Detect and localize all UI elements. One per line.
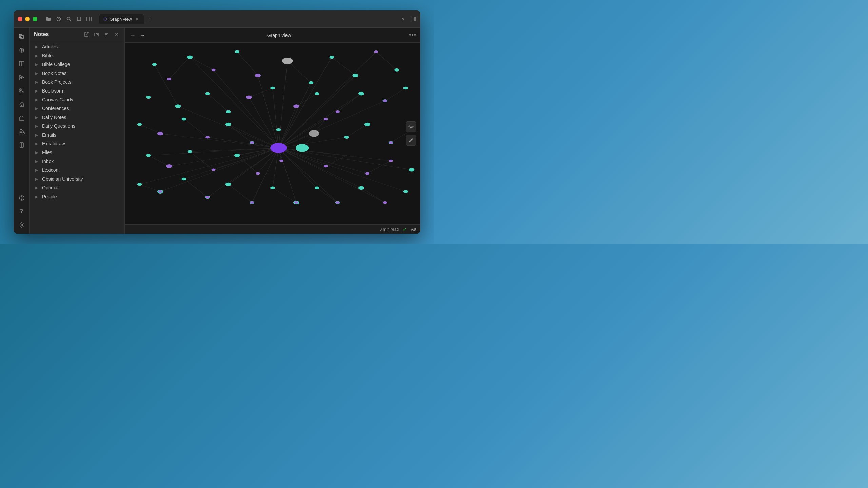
svg-line-55 xyxy=(190,148,279,152)
tree-item-canvas-candy[interactable]: ▶Canvas Candy xyxy=(30,95,124,104)
file-tree-title: Notes xyxy=(34,31,49,37)
graph-tab-label: Graph view xyxy=(110,17,132,22)
sidebar-files-icon[interactable] xyxy=(16,30,28,43)
tree-item-excalidraw[interactable]: ▶Excalidraw xyxy=(30,139,124,148)
svg-point-108 xyxy=(187,56,193,59)
sidebar-home-icon[interactable] xyxy=(16,98,28,110)
history-icon[interactable] xyxy=(56,16,62,22)
tree-item-bible[interactable]: ▶Bible xyxy=(30,51,124,60)
svg-line-37 xyxy=(190,57,279,148)
svg-point-158 xyxy=(205,136,210,139)
new-note-button[interactable] xyxy=(82,30,90,38)
svg-marker-18 xyxy=(20,75,24,79)
sidebar-book-icon[interactable] xyxy=(16,139,28,151)
titlebar: ⬡ Graph view ✕ + ∨ xyxy=(14,10,420,28)
graph-visualization xyxy=(125,43,420,224)
chevron-icon: ▶ xyxy=(35,159,39,164)
svg-line-78 xyxy=(169,57,190,79)
sidebar-graph-icon[interactable] xyxy=(16,44,28,56)
svg-point-168 xyxy=(389,160,393,162)
minimize-button[interactable] xyxy=(25,17,30,21)
svg-line-54 xyxy=(169,148,279,166)
chevron-icon: ▶ xyxy=(35,45,39,49)
tree-item-optimal[interactable]: ▶Optimal xyxy=(30,183,124,192)
tree-item-lexicon[interactable]: ▶Lexicon xyxy=(30,166,124,175)
svg-point-1 xyxy=(67,17,70,20)
svg-point-175 xyxy=(282,58,293,64)
graph-header: ← → Graph view ••• xyxy=(125,28,420,43)
tab-close-button[interactable]: ✕ xyxy=(135,16,140,22)
svg-point-116 xyxy=(175,104,181,108)
svg-point-123 xyxy=(137,123,142,126)
tree-item-book-projects[interactable]: ▶Book Projects xyxy=(30,78,124,86)
sidebar-table-icon[interactable] xyxy=(16,58,28,70)
svg-point-126 xyxy=(276,128,281,131)
folder-icon[interactable] xyxy=(45,16,52,22)
chevron-down-icon[interactable]: ∨ xyxy=(400,16,406,22)
sidebar-wordpress-icon[interactable]: Ⓦ xyxy=(16,85,28,97)
new-folder-button[interactable] xyxy=(93,30,100,38)
tree-item-bookworm[interactable]: ▶Bookworm xyxy=(30,86,124,95)
tree-item-conferences[interactable]: ▶Conferences xyxy=(30,104,124,113)
svg-line-96 xyxy=(149,155,169,166)
tree-item-inbox[interactable]: ▶Inbox xyxy=(30,157,124,166)
svg-point-112 xyxy=(329,56,334,59)
chevron-icon: ▶ xyxy=(35,98,39,102)
sidebar-briefcase-icon[interactable] xyxy=(16,112,28,124)
sort-button[interactable] xyxy=(103,30,110,38)
tree-item-bible-college[interactable]: ▶Bible College xyxy=(30,60,124,69)
maximize-button[interactable] xyxy=(33,17,37,21)
svg-point-156 xyxy=(383,100,387,102)
graph-more-button[interactable]: ••• xyxy=(409,32,416,39)
tree-item-label: Lexicon xyxy=(42,167,58,173)
sidebar-settings-icon[interactable] xyxy=(16,219,28,231)
tree-item-daily-questions[interactable]: ▶Daily Questions xyxy=(30,122,124,130)
svg-point-127 xyxy=(344,136,349,139)
add-tab-button[interactable]: + xyxy=(146,15,154,23)
sidebar-globe-icon[interactable] xyxy=(16,192,28,204)
tree-item-articles[interactable]: ▶Articles xyxy=(30,42,124,51)
svg-point-163 xyxy=(211,168,215,171)
svg-line-87 xyxy=(296,94,317,106)
svg-point-149 xyxy=(167,78,171,80)
tree-item-label: Conferences xyxy=(42,106,69,111)
close-button[interactable] xyxy=(18,17,22,21)
tree-item-daily-notes[interactable]: ▶Daily Notes xyxy=(30,113,124,122)
sidebar-send-icon[interactable] xyxy=(16,71,28,83)
graph-view-tab[interactable]: ⬡ Graph view ✕ xyxy=(99,14,144,24)
svg-point-164 xyxy=(256,172,260,175)
svg-point-134 xyxy=(181,178,186,181)
graph-settings-button[interactable] xyxy=(406,121,416,132)
chevron-icon: ▶ xyxy=(35,177,39,181)
sidebar-help-icon[interactable]: ? xyxy=(16,205,28,218)
file-tree-list: ▶Articles ▶Bible ▶Bible College ▶Book No… xyxy=(30,41,124,234)
tree-item-people[interactable]: ▶People xyxy=(30,192,124,201)
nav-back-button[interactable]: ← xyxy=(129,31,137,40)
traffic-lights xyxy=(18,17,37,21)
svg-point-129 xyxy=(146,154,151,157)
nav-forward-button[interactable]: → xyxy=(138,31,146,40)
svg-point-166 xyxy=(324,165,328,168)
search-icon[interactable] xyxy=(66,16,72,22)
tree-item-emails[interactable]: ▶Emails xyxy=(30,130,124,139)
tree-item-files[interactable]: ▶Files xyxy=(30,148,124,157)
svg-point-125 xyxy=(225,123,231,126)
svg-line-67 xyxy=(184,148,278,179)
bookmark-icon[interactable] xyxy=(76,16,82,22)
svg-line-91 xyxy=(184,119,208,137)
close-tree-button[interactable]: ✕ xyxy=(113,30,120,38)
tree-item-obsidian-university[interactable]: ▶Obsidian University xyxy=(30,175,124,183)
graph-draw-button[interactable] xyxy=(406,135,416,146)
layout-icon[interactable] xyxy=(86,16,92,22)
sidebar-right-icon[interactable] xyxy=(410,16,416,22)
graph-canvas[interactable] xyxy=(125,43,420,224)
tree-item-label: Bookworm xyxy=(42,88,64,94)
svg-point-161 xyxy=(389,141,393,144)
svg-line-94 xyxy=(347,124,367,137)
sidebar-people-icon[interactable] xyxy=(16,125,28,138)
tree-item-book-notes[interactable]: ▶Book Notes xyxy=(30,69,124,78)
file-tree-header: Notes ✕ xyxy=(30,28,124,41)
svg-line-68 xyxy=(208,148,278,197)
svg-line-49 xyxy=(208,137,278,148)
svg-point-174 xyxy=(383,201,387,204)
